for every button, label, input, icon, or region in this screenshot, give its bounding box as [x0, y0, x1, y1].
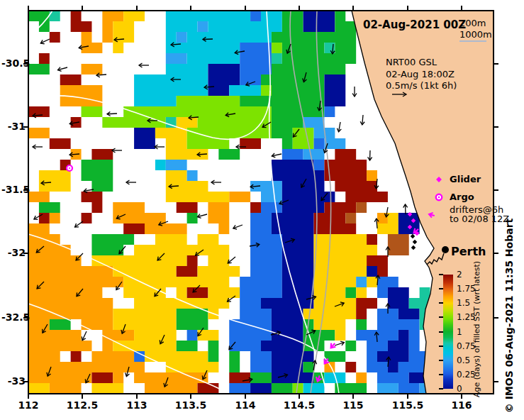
x-tick-label: 112 [18, 399, 38, 411]
colorbar-tick [439, 374, 443, 375]
colorbar [443, 275, 453, 389]
colorbar-tick [439, 302, 443, 304]
contour-legend-200m: 200m [459, 18, 486, 30]
scale-arrow-icon [391, 91, 410, 98]
x-tick [352, 394, 354, 399]
x-tick [299, 394, 300, 399]
y-tick-label: -33 [1, 375, 26, 387]
colorbar-tick [439, 346, 443, 347]
colorbar-tick [439, 388, 443, 389]
colorbar-tick-label: 1.5 [457, 298, 470, 308]
y-tick-label: -30.5 [1, 57, 26, 69]
glider-label: Glider [450, 174, 481, 186]
perth-dot [442, 246, 449, 253]
x-tick-label: 113 [126, 399, 147, 411]
x-tick-top [461, 6, 462, 11]
x-tick-top [352, 6, 354, 11]
x-tick [245, 394, 246, 399]
drifter-marker-icon [428, 210, 436, 219]
y-tick-right [494, 381, 498, 382]
x-tick-label: 114 [235, 399, 255, 411]
contour-legend-1000m: 1000m [459, 29, 492, 41]
x-tick [136, 394, 138, 399]
x-tick-top [28, 6, 29, 11]
x-tick [28, 394, 29, 399]
y-tick-right [494, 189, 498, 191]
colorbar-tick [439, 274, 443, 275]
colorbar-tick [439, 316, 443, 318]
colorbar-tick [439, 288, 443, 289]
x-tick-top [299, 6, 300, 11]
y-tick-label: -32.5 [1, 311, 26, 323]
colorbar-tick [439, 331, 443, 333]
colorbar-tick-label: 0 [457, 384, 462, 394]
x-tick-label: 116 [451, 399, 472, 411]
colorbar-tick-label: 2 [457, 270, 462, 280]
x-tick-top [82, 6, 83, 11]
argo-marker-icon [434, 192, 444, 202]
x-tick-top [136, 6, 138, 11]
x-tick [407, 394, 408, 399]
y-tick-right [494, 126, 498, 128]
y-tick-right [494, 253, 498, 254]
map-title: 02-Aug-2021 00Z [363, 18, 466, 31]
x-tick-top [245, 6, 246, 11]
x-tick-top [407, 6, 408, 11]
colorbar-axis-label: Age (days) of filled SST (wrt latest) [472, 261, 481, 397]
x-tick-label: 112.5 [67, 399, 98, 411]
y-tick-right [494, 63, 498, 65]
x-tick-label: 115 [342, 399, 363, 411]
glider-marker-icon [435, 175, 443, 184]
x-tick-label: 115.5 [392, 399, 423, 411]
x-tick-label: 113.5 [175, 399, 206, 411]
x-tick-label: 114.5 [284, 399, 315, 411]
argo-label: Argo [450, 192, 474, 204]
watermark-imos: © IMOS 06-Aug-2021 11:35 Hobart [503, 219, 515, 413]
y-tick-right [494, 317, 498, 319]
contour-1000m-sample-line [459, 40, 486, 42]
x-tick [190, 394, 191, 399]
city-label-perth: Perth [451, 245, 486, 258]
vector-legend-line2: 02-Aug 18:00Z [386, 69, 457, 81]
vector-legend-line1: NRT00 GSL [386, 57, 457, 69]
colorbar-tick [439, 360, 443, 361]
colorbar-tick-label: 0.5 [457, 355, 470, 365]
y-tick-label: -31 [1, 121, 26, 132]
y-tick-label: -32 [1, 247, 26, 258]
drifters-label-line2: to 02/08 12Z [450, 214, 509, 226]
x-tick-top [190, 6, 191, 11]
colorbar-tick-label: 1 [457, 327, 462, 337]
x-tick [461, 394, 462, 399]
vector-legend: NRT00 GSL 02-Aug 18:00Z 0.5m/s (1kt 6h) [386, 57, 457, 92]
x-tick [82, 394, 83, 399]
figure-canvas: 02-Aug-2021 00Z 200m 1000m NRT00 GSL 02-… [0, 0, 524, 420]
y-tick-label: -31.5 [1, 184, 26, 195]
